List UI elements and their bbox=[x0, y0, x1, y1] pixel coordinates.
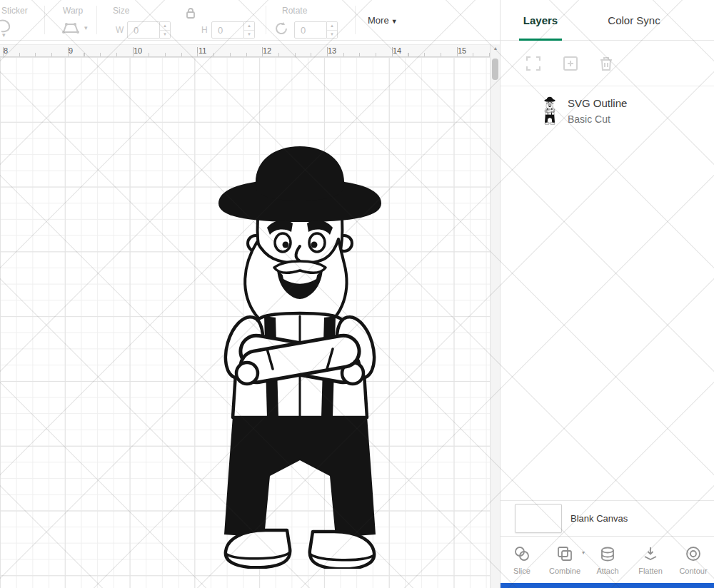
width-input[interactable] bbox=[127, 21, 160, 39]
ruler-number: 15 bbox=[458, 46, 466, 55]
size-label: Size bbox=[113, 6, 129, 16]
contour-icon bbox=[685, 545, 702, 562]
warp-dropdown-caret[interactable]: ▾ bbox=[84, 24, 88, 31]
layer-toolbar bbox=[501, 41, 714, 86]
height-step-up[interactable]: ▲ bbox=[244, 22, 254, 31]
edit-toolbar: Sticker ▾ Warp ▾ Size W ▲ ▼ bbox=[0, 0, 500, 41]
ruler-minor-ticks bbox=[3, 53, 490, 56]
combine-icon bbox=[556, 545, 573, 562]
scrollbar-thumb[interactable] bbox=[492, 59, 498, 80]
width-step-up[interactable]: ▲ bbox=[160, 22, 170, 31]
combine-dropdown-caret[interactable]: ▾ bbox=[582, 549, 585, 556]
rotate-step-down[interactable]: ▼ bbox=[327, 31, 337, 39]
rotate-field-group: ▲ ▼ bbox=[294, 21, 338, 39]
attach-button[interactable]: Attach bbox=[586, 537, 629, 583]
height-field-group: ▲ ▼ bbox=[211, 21, 255, 39]
height-field-label: H bbox=[201, 25, 208, 35]
sticker-dropdown-caret[interactable]: ▾ bbox=[2, 31, 6, 39]
rotate-step-up[interactable]: ▲ bbox=[327, 22, 337, 31]
blank-canvas-label: Blank Canvas bbox=[570, 513, 628, 524]
layer-thumbnail bbox=[540, 95, 559, 126]
delete-icon[interactable] bbox=[598, 55, 615, 72]
duplicate-icon[interactable] bbox=[562, 55, 579, 72]
layer-text-block: SVG Outline Basic Cut bbox=[568, 97, 627, 125]
panel-action-bar: Slice ▾ Combine bbox=[501, 537, 714, 583]
rotate-stepper[interactable]: ▲ ▼ bbox=[327, 21, 338, 39]
design-app-window: Sticker ▾ Warp ▾ Size W ▲ ▼ bbox=[0, 0, 714, 588]
toolbar-divider bbox=[96, 6, 97, 34]
rotate-label: Rotate bbox=[282, 6, 307, 16]
panel-tab-bar: Layers Color Sync bbox=[501, 0, 714, 41]
canvas-vertical-scrollbar[interactable]: ▲ bbox=[490, 44, 500, 588]
layer-cut-type: Basic Cut bbox=[568, 113, 627, 125]
slice-icon bbox=[513, 545, 531, 562]
attach-label: Attach bbox=[596, 567, 618, 575]
contour-label: Contour bbox=[679, 567, 707, 575]
toolbar-divider bbox=[266, 6, 266, 34]
warp-icon[interactable] bbox=[59, 20, 83, 36]
rotate-input[interactable] bbox=[294, 21, 327, 39]
toolbar-divider bbox=[44, 6, 45, 34]
combine-label: Combine bbox=[549, 567, 580, 575]
ruler-number: 14 bbox=[393, 46, 401, 55]
height-input[interactable] bbox=[211, 21, 244, 39]
svg-artwork-prospector-mascot[interactable] bbox=[193, 138, 407, 569]
blank-canvas-row[interactable]: Blank Canvas bbox=[501, 500, 714, 537]
sticker-label: Sticker bbox=[1, 6, 28, 16]
toolbar-divider bbox=[355, 6, 356, 34]
layer-name: SVG Outline bbox=[568, 97, 627, 109]
canvas-area: 8 9 10 11 12 13 14 15 bbox=[0, 41, 500, 588]
slice-label: Slice bbox=[513, 567, 531, 575]
group-icon[interactable] bbox=[525, 55, 542, 72]
more-label: More bbox=[368, 15, 389, 26]
width-stepper[interactable]: ▲ ▼ bbox=[160, 21, 171, 39]
ruler-number: 12 bbox=[263, 46, 271, 55]
attach-icon bbox=[599, 545, 616, 562]
tab-color-sync[interactable]: Color Sync bbox=[580, 0, 688, 41]
contour-button[interactable]: Contour bbox=[672, 537, 714, 583]
blank-canvas-swatch[interactable] bbox=[515, 504, 562, 533]
more-button[interactable]: More▼ bbox=[368, 15, 398, 26]
lock-icon[interactable] bbox=[186, 7, 196, 19]
ruler-number: 10 bbox=[134, 46, 142, 55]
tab-color-sync-label: Color Sync bbox=[608, 14, 660, 26]
ruler-number: 13 bbox=[328, 46, 336, 55]
slice-button[interactable]: Slice bbox=[501, 537, 543, 583]
chevron-down-icon: ▼ bbox=[391, 18, 398, 25]
flatten-icon bbox=[642, 545, 659, 562]
design-canvas-grid[interactable] bbox=[0, 57, 490, 588]
flatten-label: Flatten bbox=[638, 567, 663, 575]
rotate-icon[interactable] bbox=[273, 21, 289, 36]
height-stepper[interactable]: ▲ ▼ bbox=[244, 21, 255, 39]
ruler-number: 9 bbox=[69, 46, 73, 55]
tab-layers[interactable]: Layers bbox=[501, 0, 580, 41]
width-step-down[interactable]: ▼ bbox=[160, 31, 170, 39]
flatten-button[interactable]: Flatten bbox=[629, 537, 672, 583]
horizontal-ruler: 8 9 10 11 12 13 14 15 bbox=[0, 44, 490, 57]
height-step-down[interactable]: ▼ bbox=[244, 31, 254, 39]
ruler-number: 8 bbox=[4, 46, 8, 55]
sticker-icon[interactable] bbox=[0, 19, 11, 33]
width-field-group: ▲ ▼ bbox=[127, 21, 171, 39]
width-field-label: W bbox=[116, 25, 124, 35]
bottom-accent-bar bbox=[501, 583, 714, 588]
scroll-up-arrow-icon[interactable]: ▲ bbox=[491, 46, 501, 51]
combine-button[interactable]: ▾ Combine bbox=[543, 537, 586, 583]
ruler-number: 11 bbox=[198, 46, 206, 55]
warp-label: Warp bbox=[63, 6, 83, 16]
layer-item-svg-outline[interactable]: SVG Outline Basic Cut bbox=[501, 87, 714, 134]
tab-layers-label: Layers bbox=[523, 14, 558, 26]
layers-panel: Layers Color Sync bbox=[500, 0, 714, 588]
